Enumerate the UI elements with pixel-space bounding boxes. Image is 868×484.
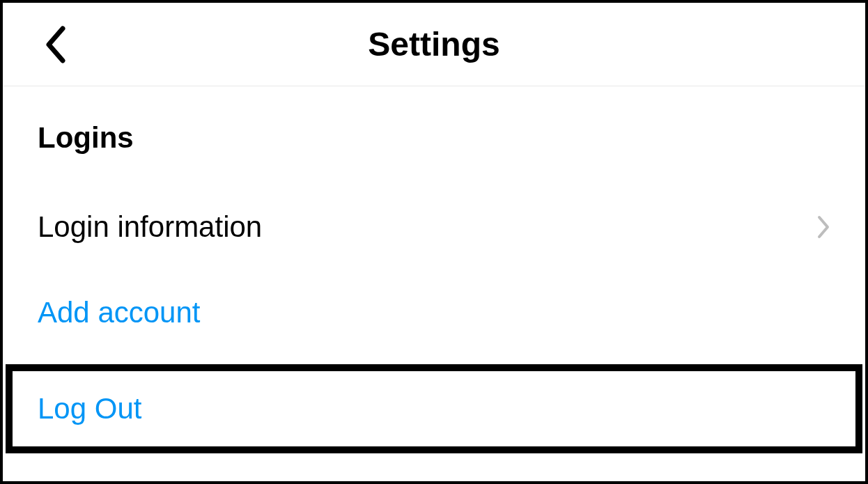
add-account-item[interactable]: Add account	[3, 265, 865, 343]
chevron-left-icon	[45, 26, 65, 63]
header: Settings	[3, 3, 865, 86]
login-information-item[interactable]: Login information	[3, 169, 865, 265]
add-account-label: Add account	[38, 296, 201, 329]
content: Logins Login information Add account Log…	[3, 86, 865, 453]
log-out-item[interactable]: Log Out	[6, 364, 862, 453]
section-title-logins: Logins	[3, 86, 865, 169]
back-button[interactable]	[38, 24, 72, 65]
chevron-right-icon	[816, 214, 830, 240]
log-out-label: Log Out	[38, 392, 141, 425]
login-information-label: Login information	[38, 210, 262, 244]
page-title: Settings	[3, 25, 865, 63]
